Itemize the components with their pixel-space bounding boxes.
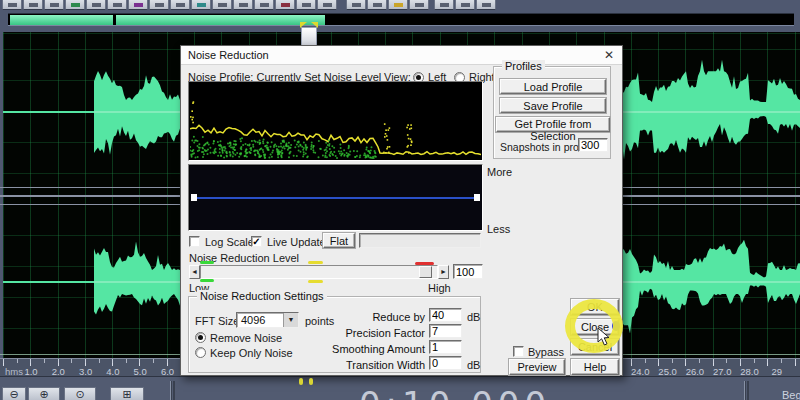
zoom-selection-icon[interactable]: ⊙: [64, 387, 96, 400]
toolbar-button[interactable]: [2, 0, 22, 10]
overview-wave-segment: [116, 15, 325, 25]
yellow-dash-annotation: [308, 261, 323, 264]
noise-profile-graph: [188, 81, 483, 161]
reduction-envelope-graph[interactable]: [188, 164, 483, 231]
yellow-mark-annotation: [299, 378, 303, 385]
bypass-label: Bypass: [528, 346, 564, 358]
smoothing-amount-input[interactable]: [429, 340, 462, 354]
app-window: hms 1.02.03.04.05.06.023.024.025.026.027…: [0, 0, 800, 400]
statusbar-separator: [170, 381, 172, 400]
zoom-out-icon[interactable]: ⊖: [2, 387, 26, 400]
bypass-checkbox[interactable]: [513, 346, 524, 357]
level-value-input[interactable]: [453, 264, 483, 279]
close-icon[interactable]: ✕: [604, 48, 614, 62]
status-readout: [359, 233, 481, 248]
toolbar-button[interactable]: [86, 0, 106, 10]
time-display: 0:10.000: [330, 377, 580, 400]
live-update-checkbox[interactable]: ✓: [251, 236, 262, 247]
toolbar-button[interactable]: [128, 0, 148, 10]
profiles-group-title: Profiles: [502, 60, 545, 72]
log-scale-label: Log Scale: [205, 236, 254, 248]
dialog-title: Noise Reduction: [188, 49, 269, 61]
fft-size-label: FFT Size: [195, 315, 239, 327]
reduce-by-label: Reduce by: [275, 311, 425, 323]
toolbar-button[interactable]: [212, 0, 232, 10]
toolbar-button[interactable]: [44, 0, 64, 10]
keep-only-noise-radio[interactable]: [195, 347, 206, 358]
status-bar: ⊖⊕⊙⊞ 0:10.000 Beg: [0, 376, 800, 400]
envelope-handle-left[interactable]: [191, 194, 197, 201]
zoom-in-icon[interactable]: ⊕: [28, 387, 60, 400]
toolbar-button[interactable]: [23, 0, 43, 10]
yellow-dash-annotation: [308, 280, 323, 283]
level-slider-track[interactable]: [200, 265, 438, 279]
zoom-full-icon[interactable]: ⊞: [110, 387, 144, 400]
load-profile-button[interactable]: Load Profile: [500, 79, 606, 94]
transition-width-label: Transition Width: [275, 359, 425, 371]
precision-factor-label: Precision Factor: [275, 327, 425, 339]
toolbar-button[interactable]: [149, 0, 169, 10]
mouse-cursor: [597, 327, 611, 347]
green-dash-annotation: [200, 261, 214, 264]
overview-bar[interactable]: [8, 13, 794, 26]
transition-width-input[interactable]: [429, 356, 462, 370]
more-label: More: [487, 166, 512, 178]
toolbar-button[interactable]: [317, 0, 337, 10]
noise-reduction-dialog: Noise Reduction ✕ Noise Profile: Current…: [180, 45, 623, 376]
settings-group: Noise Reduction Settings FFT Size 4096 ▼…: [188, 296, 481, 373]
high-label: High: [428, 282, 451, 294]
profiles-group: Profiles Load Profile Save Profile Get P…: [493, 66, 611, 159]
toolbar-button[interactable]: [275, 0, 295, 10]
log-scale-checkbox[interactable]: [189, 236, 200, 247]
smoothing-amount-label: Smoothing Amount: [275, 343, 425, 355]
remove-noise-radio[interactable]: [195, 332, 206, 343]
less-label: Less: [487, 223, 510, 235]
reduce-by-unit: dB: [467, 311, 480, 323]
toolbar-button[interactable]: [346, 0, 366, 10]
dialog-titlebar[interactable]: Noise Reduction ✕: [181, 46, 622, 65]
toolbar-button[interactable]: [434, 0, 454, 10]
highlight-circle-annotation: [565, 299, 623, 353]
toolbar-button[interactable]: [455, 0, 475, 10]
toolbar-button[interactable]: [254, 0, 274, 10]
envelope-line: [191, 197, 480, 199]
toolbar-button[interactable]: [233, 0, 253, 10]
selection-begin-label: Beg: [782, 389, 800, 400]
toolbar-button[interactable]: [65, 0, 85, 10]
statusbar-separator: [744, 381, 746, 400]
toolbar-button[interactable]: [296, 0, 316, 10]
red-dash-annotation: [415, 262, 434, 265]
level-slider-thumb[interactable]: [419, 266, 432, 278]
slider-left-arrow[interactable]: ◄: [189, 265, 200, 279]
toolbar-button[interactable]: [409, 0, 429, 10]
toolbar: [0, 0, 800, 32]
get-profile-button[interactable]: Get Profile from Selection: [496, 117, 610, 132]
toolbar-button[interactable]: [367, 0, 387, 10]
settings-group-title: Noise Reduction Settings: [197, 290, 327, 302]
toolbar-button[interactable]: [107, 0, 127, 10]
toolbar-button[interactable]: [191, 0, 211, 10]
envelope-handle-right[interactable]: [474, 194, 480, 201]
playhead-marker[interactable]: [301, 27, 317, 46]
toolbar-button[interactable]: [476, 0, 496, 10]
yellow-mark-annotation: [309, 378, 313, 385]
reduce-by-input[interactable]: [429, 308, 462, 322]
transition-width-unit: dB: [467, 359, 480, 371]
help-button[interactable]: Help: [571, 359, 619, 375]
flat-button[interactable]: Flat: [323, 233, 355, 248]
green-dash-annotation: [200, 279, 214, 282]
remove-noise-label: Remove Noise: [210, 332, 282, 344]
save-profile-button[interactable]: Save Profile: [500, 98, 606, 113]
toolbar-button[interactable]: [170, 0, 190, 10]
snapshots-input[interactable]: [578, 138, 608, 152]
preview-button[interactable]: Preview: [509, 359, 565, 375]
toolbar-button[interactable]: [388, 0, 408, 10]
live-update-label: Live Update: [267, 236, 326, 248]
precision-factor-input[interactable]: [429, 324, 462, 338]
overview-wave-segment: [10, 15, 113, 25]
fft-size-value: 4096: [241, 314, 265, 326]
slider-right-arrow[interactable]: ►: [438, 265, 449, 279]
